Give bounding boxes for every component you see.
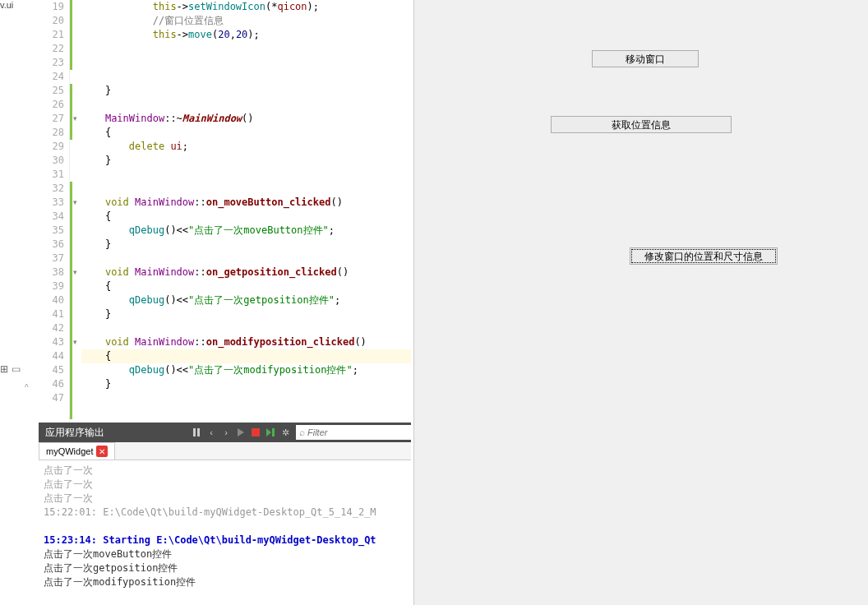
file-label: v.ui — [0, 0, 13, 10]
svg-rect-1 — [197, 428, 200, 436]
move-button[interactable]: 移动窗口 — [592, 50, 699, 67]
fold-icon[interactable]: ▾ — [72, 268, 78, 276]
output-tab-label: myQWidget — [46, 446, 93, 456]
prev-icon[interactable]: ‹ — [204, 425, 219, 440]
settings-icon[interactable]: ✲ — [278, 425, 293, 440]
attach-icon[interactable] — [189, 425, 204, 440]
modifyposition-button[interactable]: 修改窗口的位置和尺寸信息 — [630, 247, 778, 265]
scroll-up-icon[interactable]: ^ — [25, 383, 29, 392]
line-gutter: 1920212223242526272829303132333435363738… — [39, 0, 70, 423]
filter-input[interactable] — [307, 427, 398, 437]
search-icon: ⌕ — [299, 427, 305, 438]
split-icon[interactable]: ⊞ — [0, 363, 8, 375]
output-panel: 应用程序输出 ‹ › ✲ ⌕ myQWidget ✕ — [39, 423, 411, 605]
rerun-icon[interactable] — [263, 425, 278, 440]
fold-icon[interactable]: ▾ — [72, 114, 78, 122]
output-body[interactable]: 点击了一次点击了一次点击了一次15:22:01: E:\Code\Qt\buil… — [39, 460, 411, 593]
close-icon[interactable]: ✕ — [96, 446, 108, 457]
stop-icon[interactable] — [248, 425, 263, 440]
run-icon[interactable] — [233, 425, 248, 440]
output-toolbar: ‹ › ✲ ⌕ — [189, 425, 411, 440]
output-tab[interactable]: myQWidget ✕ — [39, 442, 115, 460]
output-title: 应用程序输出 — [39, 426, 111, 440]
svg-rect-2 — [252, 428, 260, 436]
collapse-icon[interactable]: ▭ — [12, 363, 21, 375]
svg-rect-0 — [193, 428, 196, 436]
getposition-button[interactable]: 获取位置信息 — [551, 116, 732, 133]
output-tabs: myQWidget ✕ — [39, 442, 411, 460]
next-icon[interactable]: › — [219, 425, 233, 440]
code-editor[interactable]: 1920212223242526272829303132333435363738… — [39, 0, 411, 423]
sidebar-toolbar: ⊞ ▭ — [0, 363, 21, 375]
code-area[interactable]: this->setWindowIcon(*qicon); //窗口位置信息 th… — [78, 0, 411, 423]
fold-icon[interactable]: ▾ — [72, 198, 78, 206]
output-header: 应用程序输出 ‹ › ✲ ⌕ — [39, 423, 411, 442]
fold-bar: ▾▾▾▾ — [70, 0, 78, 423]
project-sidebar: v.ui ⊞ ▭ ^ — [0, 0, 39, 605]
filter-box[interactable]: ⌕ — [296, 425, 411, 440]
fold-icon[interactable]: ▾ — [72, 338, 78, 346]
app-window[interactable]: 移动窗口获取位置信息修改窗口的位置和尺寸信息 — [413, 0, 868, 605]
svg-rect-3 — [272, 428, 275, 436]
